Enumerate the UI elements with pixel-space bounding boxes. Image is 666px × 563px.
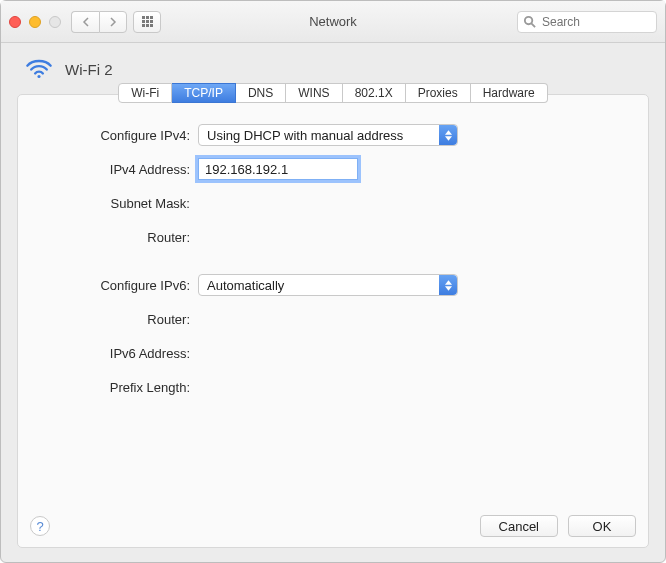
close-window-icon[interactable] <box>9 16 21 28</box>
select-stepper-icon <box>439 275 457 295</box>
settings-panel: Wi-Fi TCP/IP DNS WINS 802.1X Proxies Har… <box>17 94 649 548</box>
search-input[interactable] <box>517 11 657 33</box>
tab-bar: Wi-Fi TCP/IP DNS WINS 802.1X Proxies Har… <box>18 93 648 103</box>
chevron-right-icon <box>109 17 117 27</box>
label-router-v4: Router: <box>48 230 198 245</box>
titlebar: Network <box>1 1 665 43</box>
show-all-button[interactable] <box>133 11 161 33</box>
label-prefix-length: Prefix Length: <box>48 380 198 395</box>
svg-point-2 <box>37 75 40 78</box>
tab-wifi[interactable]: Wi-Fi <box>118 83 172 103</box>
nav-back-forward <box>71 11 127 33</box>
configure-ipv4-value: Using DHCP with manual address <box>207 128 403 143</box>
wifi-icon <box>25 57 53 82</box>
tab-dns[interactable]: DNS <box>236 83 286 103</box>
cancel-button[interactable]: Cancel <box>480 515 558 537</box>
label-ipv6-address: IPv6 Address: <box>48 346 198 361</box>
traffic-lights <box>9 16 61 28</box>
minimize-window-icon[interactable] <box>29 16 41 28</box>
ok-button[interactable]: OK <box>568 515 636 537</box>
label-router-v6: Router: <box>48 312 198 327</box>
grid-icon <box>142 16 153 27</box>
tab-tcpip[interactable]: TCP/IP <box>172 83 236 103</box>
content: Wi-Fi 2 Wi-Fi TCP/IP DNS WINS 802.1X Pro… <box>1 43 665 562</box>
svg-line-1 <box>531 23 535 27</box>
panel-footer: ? Cancel OK <box>30 515 636 537</box>
label-configure-ipv4: Configure IPv4: <box>48 128 198 143</box>
search-icon <box>523 15 536 28</box>
label-configure-ipv6: Configure IPv6: <box>48 278 198 293</box>
select-stepper-icon <box>439 125 457 145</box>
tab-proxies[interactable]: Proxies <box>406 83 471 103</box>
preferences-window: Network Wi-Fi 2 Wi-Fi <box>0 0 666 563</box>
configure-ipv6-select[interactable]: Automatically <box>198 274 458 296</box>
forward-button[interactable] <box>99 11 127 33</box>
zoom-window-icon <box>49 16 61 28</box>
interface-name: Wi-Fi 2 <box>65 61 113 78</box>
tab-wins[interactable]: WINS <box>286 83 342 103</box>
tab-hardware[interactable]: Hardware <box>471 83 548 103</box>
search-wrap <box>517 11 657 33</box>
label-subnet-mask: Subnet Mask: <box>48 196 198 211</box>
tab-8021x[interactable]: 802.1X <box>343 83 406 103</box>
tcpip-form: Configure IPv4: Using DHCP with manual a… <box>18 105 648 419</box>
interface-header: Wi-Fi 2 <box>17 57 649 82</box>
svg-point-0 <box>525 16 532 23</box>
label-ipv4-address: IPv4 Address: <box>48 162 198 177</box>
back-button[interactable] <box>71 11 99 33</box>
configure-ipv6-value: Automatically <box>207 278 284 293</box>
ipv4-address-input[interactable] <box>198 158 358 180</box>
chevron-left-icon <box>82 17 90 27</box>
help-button[interactable]: ? <box>30 516 50 536</box>
configure-ipv4-select[interactable]: Using DHCP with manual address <box>198 124 458 146</box>
